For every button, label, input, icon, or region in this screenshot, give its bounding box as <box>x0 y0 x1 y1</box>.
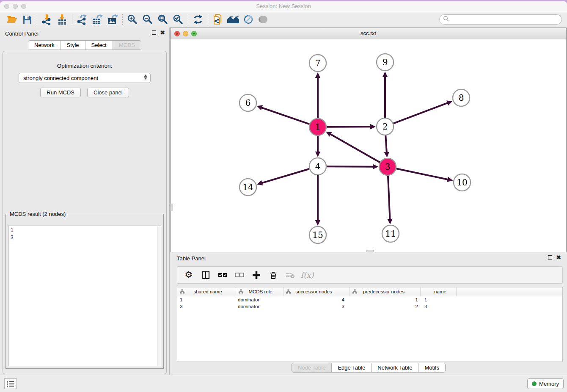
edge-arrowhead-icon <box>257 180 263 185</box>
criterion-select[interactable]: strongly connected component <box>19 73 151 83</box>
sort-hierarchy-icon <box>239 289 243 295</box>
hide-icon[interactable] <box>241 13 256 26</box>
export-image-icon[interactable] <box>105 13 120 26</box>
tab-motifs[interactable]: Motifs <box>418 363 445 372</box>
network-canvas[interactable]: 7968124314101511 <box>171 39 566 252</box>
edge-1-2[interactable] <box>327 127 371 127</box>
select-stepper-icon <box>144 75 147 80</box>
tab-style[interactable]: Style <box>61 41 85 50</box>
table-cell[interactable]: 4 <box>284 297 350 302</box>
table-cell[interactable]: 2 <box>350 304 421 309</box>
table-panel-header: Table Panel ✖ <box>170 252 567 264</box>
add-icon[interactable] <box>250 269 263 282</box>
memory-status-icon <box>532 381 537 386</box>
result-scrollbar[interactable] <box>157 226 161 366</box>
tab-network-table[interactable]: Network Table <box>372 363 418 372</box>
close-panel-icon[interactable]: ✖ <box>160 30 165 35</box>
mcds-result-text: 1 3 <box>8 226 161 242</box>
delete-table-icon <box>284 269 297 282</box>
table-cell[interactable]: 3 <box>421 304 457 309</box>
node-label: 1 <box>315 122 321 132</box>
save-icon[interactable] <box>19 13 35 26</box>
network-window-titlebar[interactable]: ✕ – + scc.txt <box>171 28 566 40</box>
column-header-shared-name[interactable]: shared name <box>177 287 236 296</box>
close-panel-button[interactable]: Close panel <box>87 88 129 97</box>
select-all-icon[interactable] <box>216 269 229 282</box>
edge-1-6[interactable] <box>261 108 309 124</box>
edge-4-3[interactable] <box>327 166 374 167</box>
memory-button[interactable]: Memory <box>527 378 564 389</box>
table-cell[interactable]: dominator <box>236 297 284 302</box>
import-table-icon[interactable] <box>55 13 70 26</box>
node-label: 8 <box>459 93 464 103</box>
edge-2-8[interactable] <box>394 103 448 124</box>
export-network-icon[interactable] <box>74 13 90 26</box>
table-cell[interactable]: dominator <box>236 304 284 309</box>
delete-icon[interactable] <box>267 269 280 282</box>
zoom-out-icon[interactable] <box>140 13 155 26</box>
float-table-panel-icon[interactable] <box>548 255 552 259</box>
tab-edge-table[interactable]: Edge Table <box>332 363 372 372</box>
edge-2-3[interactable] <box>385 135 387 153</box>
tab-mcds[interactable]: MCDS <box>113 41 141 50</box>
node-label: 7 <box>315 58 321 68</box>
tab-node-table[interactable]: Node Table <box>292 363 332 372</box>
column-header-MCDS-role[interactable]: MCDS role <box>236 287 284 296</box>
toolbar-separator <box>37 14 37 25</box>
column-header-label: predecessor nodes <box>363 289 405 294</box>
vertical-splitter-handle[interactable] <box>170 204 173 211</box>
columns-icon[interactable] <box>199 269 212 282</box>
table-cell[interactable]: 3 <box>177 304 236 309</box>
control-panel-title: Control Panel <box>5 30 39 37</box>
column-header-successor-nodes[interactable]: successor nodes <box>284 287 350 296</box>
control-panel-tabs: NetworkStyleSelectMCDS <box>0 40 169 50</box>
node-label: 4 <box>315 161 321 171</box>
eye-icon[interactable] <box>256 13 271 26</box>
run-mcds-button[interactable]: Run MCDS <box>40 88 81 97</box>
gear-icon[interactable]: ⚙ <box>182 269 195 282</box>
edge-3-10[interactable] <box>396 168 449 179</box>
close-table-panel-icon[interactable]: ✖ <box>556 255 561 260</box>
zoom-selected-icon[interactable] <box>171 13 186 26</box>
search-input[interactable] <box>449 15 561 24</box>
table-cell[interactable]: 1 <box>350 297 421 302</box>
edge-arrowhead-icon <box>373 164 378 169</box>
edge-3-1[interactable] <box>330 134 380 162</box>
tab-network[interactable]: Network <box>28 41 61 50</box>
title-bar: Session: New Session <box>0 1 567 12</box>
optimization-criterion-label: Optimization criterion: <box>3 63 166 69</box>
status-bar: Memory <box>0 375 567 392</box>
table-cell[interactable]: 1 <box>177 297 236 302</box>
home-icon[interactable] <box>226 13 241 26</box>
edge-3-11[interactable] <box>388 176 390 220</box>
tab-select[interactable]: Select <box>85 41 113 50</box>
float-panel-icon[interactable] <box>152 30 156 35</box>
criterion-select-value: strongly connected component <box>23 75 98 81</box>
mcds-result-box[interactable]: 1 3 <box>8 226 161 366</box>
edge-arrowhead-icon <box>315 72 320 78</box>
zoom-fit-icon[interactable] <box>155 13 171 26</box>
task-history-button[interactable] <box>4 378 17 389</box>
table-panel: Table Panel ✖ ⚙ <box>170 252 567 375</box>
column-header-name[interactable]: name <box>421 287 457 296</box>
table-cell[interactable]: 3 <box>284 304 350 309</box>
node-label: 10 <box>457 177 467 188</box>
export-table-icon[interactable] <box>90 13 105 26</box>
network-graph[interactable]: 7968124314101511 <box>171 39 566 252</box>
column-header-label: successor nodes <box>295 289 332 294</box>
import-network-icon[interactable] <box>39 13 55 26</box>
table-row[interactable]: 3dominator323 <box>177 303 562 310</box>
clone-network-icon[interactable] <box>210 13 226 26</box>
zoom-in-icon[interactable] <box>125 13 140 26</box>
open-folder-icon[interactable] <box>4 13 19 26</box>
deselect-all-icon[interactable] <box>233 269 246 282</box>
sort-hierarchy-icon <box>180 289 184 295</box>
refresh-icon[interactable] <box>190 13 206 26</box>
table-row[interactable]: 1dominator411 <box>177 296 562 303</box>
table-cell[interactable]: 1 <box>421 297 457 302</box>
node-label: 6 <box>245 98 251 108</box>
column-header-predecessor-nodes[interactable]: predecessor nodes <box>350 287 421 296</box>
memory-label: Memory <box>539 381 559 387</box>
edge-arrowhead-icon <box>383 72 388 77</box>
edge-4-14[interactable] <box>261 169 309 183</box>
